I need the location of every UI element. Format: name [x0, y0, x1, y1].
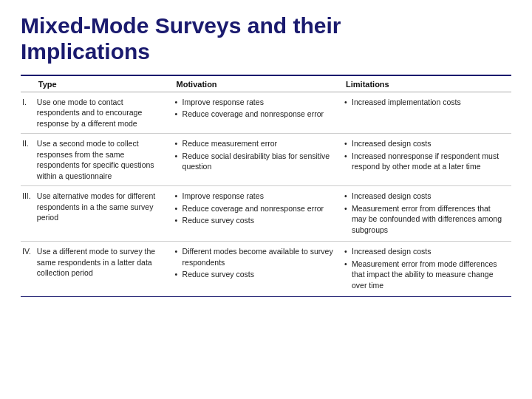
row-number: II.: [21, 134, 34, 186]
row-number: I.: [21, 92, 34, 134]
row-number: IV.: [21, 242, 34, 297]
table-row: I.Use one mode to contact respondents an…: [21, 92, 511, 134]
motivation-item: Reduce social desirability bias for sens…: [175, 151, 337, 172]
limitation-item: Measurement error from mode differences …: [344, 259, 507, 290]
row-type: Use a second mode to collect responses f…: [34, 134, 172, 186]
motivation-item: Different modes become available to surv…: [175, 246, 337, 267]
row-limitations: Increased design costsIncreased nonrespo…: [341, 134, 511, 186]
motivation-item: Improve response rates: [175, 191, 337, 201]
table-row: II.Use a second mode to collect response…: [21, 134, 511, 186]
motivation-item: Reduce measurement error: [175, 138, 337, 149]
motivation-item: Improve response rates: [175, 97, 337, 107]
limitation-item: Increased design costs: [344, 191, 507, 201]
row-type: Use alternative modes for different resp…: [34, 186, 172, 242]
motivation-item: Reduce survey costs: [175, 215, 337, 225]
row-motivation: Reduce measurement errorReduce social de…: [172, 134, 341, 186]
col-header-type: Type: [34, 76, 172, 92]
row-number: III.: [21, 186, 34, 242]
row-type: Use a different mode to survey the same …: [34, 242, 172, 297]
col-header-limitations: Limitations: [341, 76, 511, 92]
table-row: III.Use alternative modes for different …: [21, 186, 511, 242]
limitation-item: Increased nonresponse if respondent must…: [344, 151, 507, 172]
row-motivation: Improve response ratesReduce coverage an…: [172, 92, 341, 134]
page-title: Mixed-Mode Surveys and their Implication…: [21, 13, 511, 64]
row-motivation: Different modes become available to surv…: [172, 242, 341, 297]
table-row: IV.Use a different mode to survey the sa…: [21, 242, 511, 297]
limitation-item: Increased design costs: [344, 246, 507, 256]
row-limitations: Increased implementation costs: [341, 92, 511, 134]
limitation-item: Measurement error from differences that …: [344, 203, 507, 235]
motivation-item: Reduce coverage and nonresponse error: [175, 109, 337, 119]
motivation-item: Reduce survey costs: [175, 269, 337, 279]
limitation-item: Increased design costs: [344, 138, 507, 149]
row-motivation: Improve response ratesReduce coverage an…: [172, 186, 341, 242]
col-header-motivation: Motivation: [172, 76, 341, 92]
row-type: Use one mode to contact respondents and …: [34, 92, 172, 134]
limitation-item: Increased implementation costs: [344, 97, 507, 107]
row-limitations: Increased design costsMeasurement error …: [341, 186, 511, 242]
col-header-empty: [21, 76, 34, 92]
page-container: Mixed-Mode Surveys and their Implication…: [0, 0, 532, 306]
main-table: Type Motivation Limitations I.Use one mo…: [21, 76, 511, 297]
row-limitations: Increased design costsMeasurement error …: [341, 242, 511, 297]
motivation-item: Reduce coverage and nonresponse error: [175, 203, 337, 214]
